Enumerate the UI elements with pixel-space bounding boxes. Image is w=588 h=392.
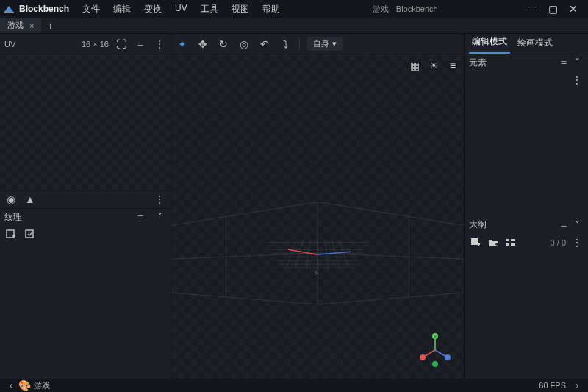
close-button[interactable]: ✕ [566,3,581,15]
main-menu: 文件 编辑 变换 UV 工具 视图 帮助 [76,1,286,18]
viewport-grid: N [171,54,464,379]
outline-list [465,252,588,379]
scale-tool-icon[interactable]: ◎ [237,38,251,51]
tab-add-button[interactable]: + [41,18,59,34]
svg-rect-2 [26,230,33,238]
vertex-tool-icon[interactable]: ⤵ [279,38,292,51]
elements-body: ⋮ [465,71,588,90]
move-tool-icon[interactable]: ✥ [196,38,209,51]
viewport-menu-icon[interactable]: ≡ [446,59,459,72]
app-logo-icon [3,3,15,15]
svg-rect-0 [4,12,14,13]
texture-title: 纹理 [4,211,22,224]
viewport-toolbar: ✦ ✥ ↻ ◎ ↶ ⤵ 自身 ▾ [171,34,464,54]
add-cube-icon[interactable] [469,236,482,249]
add-group-icon[interactable] [487,236,500,249]
viewport-overlay: ▦ ☀ ≡ [408,59,459,72]
tab-close-icon[interactable]: × [29,21,34,30]
menu-help[interactable]: 帮助 [257,1,286,18]
app-name: Blockbench [19,4,69,14]
elements-options-icon[interactable]: ＝ [557,56,570,69]
project-tabs: 游戏 × + [0,18,588,34]
svg-rect-27 [506,239,509,241]
tab-paint-mode[interactable]: 绘画模式 [514,34,556,54]
elements-more-icon[interactable]: ⋮ [570,74,584,87]
svg-rect-26 [471,238,478,245]
texture-list [0,243,171,379]
footer-fps: 60 FPS [539,381,566,390]
toggle-list-icon[interactable] [504,236,517,249]
footer-project: 游戏 [34,380,50,391]
elements-collapse-icon[interactable]: ˅ [570,56,584,69]
menu-transform[interactable]: 变换 [138,1,168,18]
outline-tools: 0 / 0 ⋮ [465,233,588,252]
origin-label: N [315,270,319,277]
texture-collapse-icon[interactable]: ˅ [153,210,166,224]
texture-panel-head: 纹理 ＝ ˅ [0,208,171,226]
elements-head: 元素 ＝ ˅ [465,54,588,71]
visibility-icon[interactable]: ◉ [4,193,18,206]
outline-count: 0 / 0 [551,238,566,247]
footer-mode-icon[interactable]: 🎨 [18,379,31,392]
tab-project[interactable]: 游戏 × [0,18,41,33]
toolbar-separator [299,38,300,50]
screenshot-icon[interactable]: ▦ [408,59,421,72]
rotate-tool-icon[interactable]: ↻ [217,38,230,51]
status-bar: ‹ 🎨 游戏 60 FPS › [0,379,588,392]
footer-prev-icon[interactable]: ‹ [4,379,18,392]
window-controls: — ▢ ✕ [525,3,585,15]
svg-point-24 [445,354,451,360]
menu-tools[interactable]: 工具 [195,1,224,18]
menu-view[interactable]: 视图 [226,1,255,18]
import-texture-icon[interactable] [24,228,37,241]
elements-list [465,90,588,217]
display-more-icon[interactable]: ⋮ [153,193,166,206]
outline-options-icon[interactable]: ＝ [557,218,570,232]
elements-title: 元素 [469,57,487,69]
svg-line-12 [306,239,310,270]
svg-rect-28 [511,239,515,241]
svg-point-22 [420,354,426,360]
outline-more-icon[interactable]: ⋮ [570,236,584,249]
chevron-down-icon: ▾ [332,39,337,49]
main-area: UV 16 × 16 ⛶ ＝ ⋮ ◉ ▲ ⋮ 纹理 ＝ ˅ [0,34,588,379]
svg-rect-30 [511,243,515,246]
tab-edit-mode[interactable]: 编辑模式 [469,32,510,54]
svg-rect-29 [506,243,509,246]
svg-line-13 [325,239,329,270]
outline-collapse-icon[interactable]: ˅ [570,218,584,232]
uv-dimensions: 16 × 16 [82,40,109,49]
uv-toolbar: UV 16 × 16 ⛶ ＝ ⋮ [0,34,171,54]
menu-uv[interactable]: UV [169,1,193,18]
svg-text:Y: Y [434,335,437,339]
magic-tool-icon[interactable]: ✦ [176,38,189,51]
fullscreen-icon[interactable]: ⛶ [115,38,128,51]
footer-next-icon[interactable]: › [570,379,584,392]
titlebar: Blockbench 文件 编辑 变换 UV 工具 视图 帮助 游戏 - Blo… [0,0,588,18]
texture-tools [0,226,171,243]
tab-label: 游戏 [7,20,24,31]
shading-icon[interactable]: ☀ [427,59,440,72]
uv-label: UV [4,40,15,49]
mode-tabs: 编辑模式 绘画模式 [465,34,588,54]
3d-viewport[interactable]: N ▦ ☀ ≡ Y [171,54,464,379]
menu-file[interactable]: 文件 [76,1,106,18]
uv-more-icon[interactable]: ⋮ [153,38,166,51]
maximize-button[interactable]: ▢ [545,3,560,15]
warning-icon[interactable]: ▲ [24,193,37,206]
window-title: 游戏 - Blockbench [286,4,525,15]
transform-space-label: 自身 [313,38,329,49]
pivot-tool-icon[interactable]: ↶ [258,38,271,51]
uv-editor[interactable] [0,54,171,190]
outline-title: 大纲 [469,218,487,231]
minimize-button[interactable]: — [525,3,539,15]
svg-point-25 [432,361,438,367]
orientation-gizmo[interactable]: Y [417,332,453,368]
transform-space-dropdown[interactable]: 自身 ▾ [307,37,343,51]
display-panel-head: ◉ ▲ ⋮ [0,190,171,208]
add-texture-icon[interactable] [4,228,18,241]
texture-options-icon[interactable]: ＝ [134,210,147,224]
left-panel: UV 16 × 16 ⛶ ＝ ⋮ ◉ ▲ ⋮ 纹理 ＝ ˅ [0,34,171,379]
menu-edit[interactable]: 编辑 [107,1,137,18]
uv-options-icon[interactable]: ＝ [134,38,147,51]
